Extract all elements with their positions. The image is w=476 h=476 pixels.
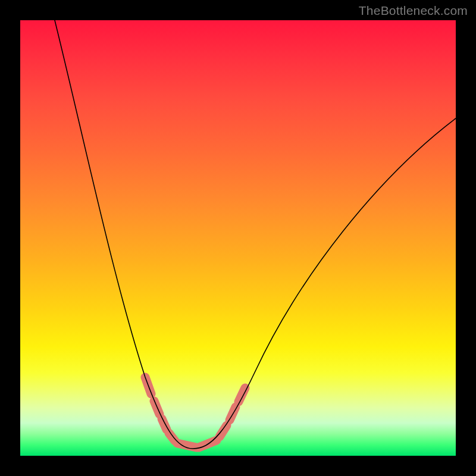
rough-seg-l3	[162, 419, 167, 430]
rough-band-right	[199, 388, 245, 447]
bottleneck-curve	[55, 20, 456, 449]
rough-seg-l4	[169, 433, 175, 441]
chart-svg	[20, 20, 456, 456]
rough-seg-r2	[220, 425, 227, 437]
rough-band-left	[145, 377, 196, 447]
chart-plot-area	[20, 20, 456, 456]
rough-seg-r4	[239, 388, 245, 402]
watermark-text: TheBottleneck.com	[359, 4, 468, 18]
